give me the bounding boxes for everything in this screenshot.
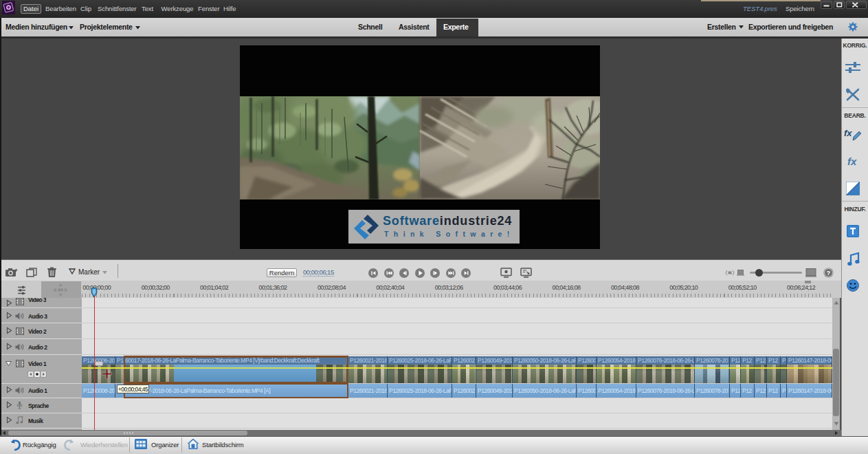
svg-text:?: ? <box>827 269 831 277</box>
